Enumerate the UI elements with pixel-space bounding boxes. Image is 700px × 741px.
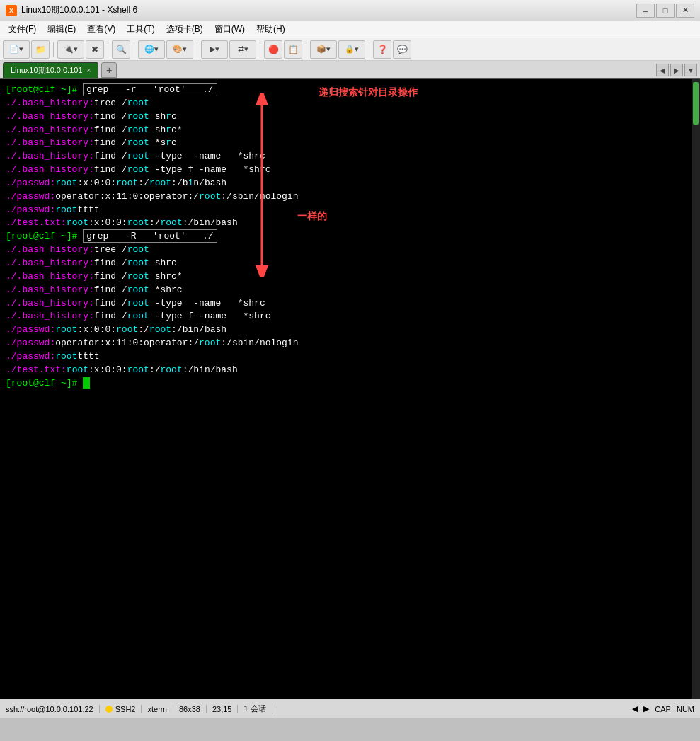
- status-size: 86x38: [179, 705, 207, 713]
- toolbar-paste-btn[interactable]: 📋: [284, 40, 302, 59]
- tab-close-btn[interactable]: ×: [87, 67, 91, 74]
- terminal-line: ./test.txt:root:x:0:0:root:/root:/bin/ba…: [6, 217, 686, 230]
- toolbar-script-btn[interactable]: ▶▾: [201, 40, 228, 59]
- status-num: NUM: [677, 705, 694, 713]
- terminal-line: ./passwd:operator:x:11:0:operator:/root:…: [6, 190, 686, 204]
- app-icon: X: [6, 5, 17, 16]
- terminal-line: ./.bash_history:find /root *src: [6, 137, 686, 150]
- toolbar-chat-btn[interactable]: 💬: [393, 40, 411, 59]
- terminal-line: ./.bash_history:tree /root: [6, 97, 686, 110]
- tab-linux10[interactable]: Linux10期10.0.0.101 ×: [3, 62, 98, 78]
- toolbar-disconnect-btn[interactable]: ✖: [86, 40, 104, 59]
- toolbar-help-btn[interactable]: ❓: [373, 40, 391, 59]
- terminal-line: ./passwd:root:x:0:0:root:/root:/bin/bash: [6, 323, 686, 337]
- menu-window[interactable]: 窗口(W): [209, 22, 251, 37]
- tab-nav-menu[interactable]: ▼: [684, 64, 697, 76]
- terminal-line: ./.bash_history:find /root shrc*: [6, 270, 686, 284]
- terminal[interactable]: [root@clf ~]# grep -r 'root' ././.bash_h…: [0, 79, 692, 394]
- terminal-line: ./passwd:root:x:0:0:root:/root:/bin/bash: [6, 177, 686, 190]
- terminal-line: ./.bash_history:find /root -type f -name…: [6, 310, 686, 323]
- status-caps: CAP: [655, 705, 671, 713]
- terminal-line: ./.bash_history:find /root -type f -name…: [6, 163, 686, 177]
- window-title: Linux10期10.0.0.101 - Xshell 6: [21, 4, 636, 16]
- toolbar-stop-btn[interactable]: 🔴: [264, 40, 282, 59]
- terminal-line: ./.bash_history:find /root shrc*: [6, 124, 686, 137]
- terminal-line: ./.bash_history:find /root shrc: [6, 257, 686, 270]
- menu-tabs[interactable]: 选项卡(B): [161, 22, 209, 37]
- toolbar-tunnel-btn[interactable]: 🔒▾: [338, 40, 365, 59]
- terminal-line: ./.bash_history:find /root -type -name *…: [6, 150, 686, 163]
- terminal-line: ./test.txt:root:x:0:0:root:/root:/bin/ba…: [6, 364, 686, 377]
- minimize-button[interactable]: –: [636, 4, 655, 18]
- tab-new-btn[interactable]: +: [101, 62, 117, 78]
- scrollbar-thumb[interactable]: [693, 82, 699, 125]
- status-pos-text: 23,15: [212, 705, 232, 713]
- toolbar-new-btn[interactable]: 📄▾: [3, 40, 30, 59]
- terminal-wrapper[interactable]: [root@clf ~]# grep -r 'root' ././.bash_h…: [0, 79, 692, 699]
- terminal-line: ./passwd:roottttt: [6, 350, 686, 364]
- vertical-scrollbar[interactable]: [692, 79, 700, 699]
- status-right: ◀ ▶ CAP NUM: [632, 704, 694, 713]
- status-size-text: 86x38: [179, 705, 200, 713]
- status-connection-text: ssh://root@10.0.0.101:22: [6, 705, 93, 713]
- status-term: xterm: [147, 705, 173, 713]
- toolbar-connect-btn[interactable]: 🔌▾: [57, 40, 84, 59]
- tab-nav-right[interactable]: ▶: [670, 64, 683, 76]
- tab-navigation: ◀ ▶ ▼: [656, 64, 697, 78]
- terminal-line: ./passwd:operator:x:11:0:operator:/root:…: [6, 337, 686, 350]
- terminal-line: ./.bash_history:find /root *shrc: [6, 284, 686, 297]
- status-term-text: xterm: [147, 705, 167, 713]
- terminal-line: ./.bash_history:find /root shrc: [6, 110, 686, 124]
- terminal-container: [root@clf ~]# grep -r 'root' ././.bash_h…: [0, 79, 700, 699]
- status-nav-left[interactable]: ◀: [632, 704, 638, 713]
- menu-file[interactable]: 文件(F): [3, 22, 42, 37]
- toolbar-transfer-btn[interactable]: 🌐▾: [138, 40, 165, 59]
- toolbar-search-btn[interactable]: 🔍: [112, 40, 130, 59]
- tab-label: Linux10期10.0.0.101: [11, 65, 83, 76]
- status-sessions: 1 会话: [243, 703, 272, 714]
- status-bar: ssh://root@10.0.0.101:22 SSH2 xterm 86x3…: [0, 699, 700, 718]
- terminal-line: ./.bash_history:find /root -type -name *…: [6, 297, 686, 311]
- window-controls: – □ ✕: [636, 4, 694, 18]
- status-connection: ssh://root@10.0.0.101:22: [6, 705, 100, 713]
- tab-bar: Linux10期10.0.0.101 × + ◀ ▶ ▼: [0, 61, 700, 79]
- menu-tools[interactable]: 工具(T): [121, 22, 160, 37]
- status-protocol-text: SSH2: [115, 705, 136, 713]
- tab-nav-left[interactable]: ◀: [656, 64, 669, 76]
- status-pos: 23,15: [212, 705, 239, 713]
- terminal-line: [root@clf ~]# grep -R 'root' ./: [6, 230, 686, 243]
- title-bar: X Linux10期10.0.0.101 - Xshell 6 – □ ✕: [0, 0, 700, 21]
- toolbar: 📄▾ 📁 🔌▾ ✖ 🔍 🌐▾ 🎨▾ ▶▾ ⇄▾ 🔴 📋 📦▾ 🔒▾ ❓ 💬: [0, 38, 700, 61]
- toolbar-color-btn[interactable]: 🎨▾: [166, 40, 193, 59]
- close-button[interactable]: ✕: [676, 4, 694, 18]
- terminal-line: ./.bash_history:tree /root: [6, 243, 686, 257]
- terminal-line: ./passwd:roottttt: [6, 204, 686, 217]
- toolbar-open-btn[interactable]: 📁: [31, 40, 50, 59]
- terminal-line: [root@clf ~]#: [6, 377, 686, 391]
- menu-view[interactable]: 查看(V): [81, 22, 121, 37]
- toolbar-xftp-btn[interactable]: ⇄▾: [229, 40, 256, 59]
- status-nav-right[interactable]: ▶: [643, 704, 649, 713]
- menu-edit[interactable]: 编辑(E): [42, 22, 81, 37]
- menu-bar: 文件(F) 编辑(E) 查看(V) 工具(T) 选项卡(B) 窗口(W) 帮助(…: [0, 21, 700, 38]
- maximize-button[interactable]: □: [656, 4, 675, 18]
- status-sessions-text: 1 会话: [243, 703, 265, 714]
- status-dot: [105, 706, 113, 713]
- menu-help[interactable]: 帮助(H): [251, 22, 291, 37]
- status-protocol: SSH2: [105, 705, 142, 713]
- terminal-line: [root@clf ~]# grep -r 'root' ./: [6, 84, 686, 97]
- toolbar-sftp-btn[interactable]: 📦▾: [310, 40, 337, 59]
